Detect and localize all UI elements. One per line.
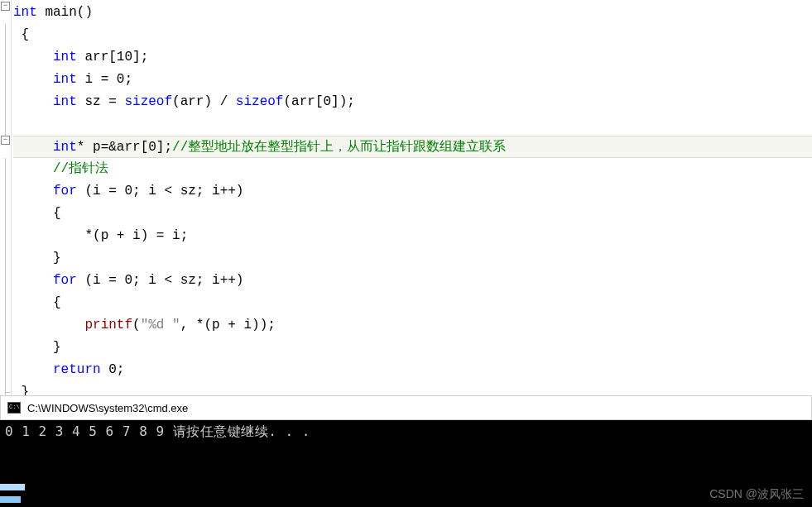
- token-fn: printf: [84, 318, 132, 332]
- token-kw: int: [53, 140, 77, 155]
- code-line[interactable]: for (i = 0; i < sz; i++): [13, 180, 812, 203]
- code-editor[interactable]: − − int main() { int arr[10]; int i = 0;…: [0, 0, 812, 395]
- token-kw: sizeof: [236, 94, 284, 109]
- token-kw: return: [53, 362, 101, 377]
- token-plain: *(p + i) = i;: [84, 228, 188, 243]
- code-line[interactable]: int i = 0;: [13, 69, 812, 91]
- fold-toggle-icon[interactable]: −: [1, 136, 10, 145]
- token-plain: , *(p + i));: [180, 318, 276, 332]
- token-plain: main(): [37, 5, 93, 20]
- code-line[interactable]: printf("%d ", *(p + i));: [13, 314, 812, 337]
- console-title: C:\WINDOWS\system32\cmd.exe: [27, 402, 188, 414]
- token-plain: (arr) /: [172, 94, 236, 109]
- console-output: 0 1 2 3 4 5 6 7 8 9 请按任意键继续. . .: [5, 423, 807, 441]
- fold-gutter: − −: [0, 0, 12, 395]
- code-line[interactable]: int arr[10];: [13, 46, 812, 69]
- token-plain: 0;: [101, 362, 125, 377]
- token-cmt: //整型地址放在整型指针上，从而让指针跟数组建立联系: [172, 140, 506, 155]
- code-line[interactable]: }: [13, 337, 812, 359]
- code-line[interactable]: {: [13, 292, 812, 314]
- code-line[interactable]: int sz = sizeof(arr) / sizeof(arr[0]);: [13, 91, 812, 113]
- decor-bars: [0, 474, 33, 507]
- token-str: "%d ": [141, 318, 180, 332]
- token-plain: sz =: [77, 94, 125, 109]
- token-plain: {: [53, 295, 61, 310]
- token-plain: {: [53, 206, 61, 221]
- code-line[interactable]: for (i = 0; i < sz; i++): [13, 270, 812, 292]
- code-line[interactable]: }: [13, 247, 812, 270]
- token-plain: (i = 0; i < sz; i++): [77, 273, 244, 288]
- code-area[interactable]: int main() { int arr[10]; int i = 0; int…: [12, 0, 812, 395]
- console-body[interactable]: 0 1 2 3 4 5 6 7 8 9 请按任意键继续. . .: [0, 420, 812, 507]
- watermark: CSDN @波风张三: [709, 487, 804, 502]
- code-line[interactable]: [13, 113, 812, 136]
- code-line[interactable]: //指针法: [13, 158, 812, 180]
- code-line[interactable]: int* p=&arr[0];//整型地址放在整型指针上，从而让指针跟数组建立联…: [13, 136, 812, 158]
- code-line[interactable]: {: [13, 203, 812, 225]
- token-kw: for: [53, 273, 77, 288]
- token-plain: }: [53, 251, 61, 265]
- fold-toggle-icon[interactable]: −: [1, 2, 10, 11]
- code-line[interactable]: {: [13, 24, 812, 46]
- token-plain: }: [53, 340, 61, 355]
- code-line[interactable]: int main(): [13, 2, 812, 24]
- token-kw: int: [53, 50, 77, 65]
- cmd-icon: [7, 402, 21, 414]
- console-titlebar[interactable]: C:\WINDOWS\system32\cmd.exe: [0, 395, 812, 420]
- token-kw: int: [13, 5, 37, 20]
- token-kw: for: [53, 184, 77, 198]
- token-plain: arr[10];: [77, 50, 148, 65]
- token-plain: i = 0;: [77, 72, 132, 87]
- code-line[interactable]: return 0;: [13, 359, 812, 381]
- token-kw: int: [53, 72, 77, 87]
- token-plain: {: [22, 27, 30, 42]
- token-cmt: //指针法: [53, 161, 108, 176]
- token-kw: int: [53, 94, 77, 109]
- token-kw: sizeof: [124, 94, 172, 109]
- token-plain: * p=&arr[0];: [77, 140, 172, 155]
- token-plain: (: [132, 318, 141, 332]
- console-window: C:\WINDOWS\system32\cmd.exe 0 1 2 3 4 5 …: [0, 395, 812, 507]
- token-plain: (i = 0; i < sz; i++): [77, 184, 244, 198]
- token-plain: (arr[0]);: [283, 94, 354, 109]
- code-line[interactable]: *(p + i) = i;: [13, 225, 812, 247]
